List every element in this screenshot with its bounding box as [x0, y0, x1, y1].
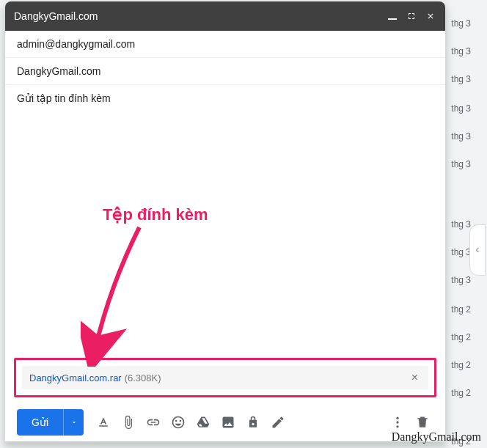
- attachment-size: (6.308K): [125, 372, 161, 383]
- link-icon[interactable]: [142, 411, 164, 433]
- confidential-icon[interactable]: [242, 411, 264, 433]
- send-options-button[interactable]: [63, 409, 84, 436]
- attachment-chip[interactable]: DangkyGmail.com.rar (6.308K) ×: [22, 366, 428, 389]
- message-body[interactable]: Gửi tập tin đính kèm: [5, 85, 445, 358]
- drive-icon[interactable]: [192, 411, 214, 433]
- attachment-name: DangkyGmail.com.rar: [29, 372, 122, 383]
- watermark: DangkyGmail.com: [392, 430, 481, 444]
- compose-window: DangkyGmail.com admin@dangkygmail.com Da…: [5, 1, 445, 441]
- close-icon[interactable]: [425, 10, 436, 22]
- body-text: Gửi tập tin đính kèm: [17, 92, 111, 104]
- pen-icon[interactable]: [267, 411, 289, 433]
- svg-point-1: [396, 417, 398, 419]
- svg-rect-0: [388, 18, 397, 20]
- compose-title: DangkyGmail.com: [14, 10, 387, 22]
- subject-field[interactable]: DangkyGmail.com: [5, 58, 445, 85]
- image-icon[interactable]: [217, 411, 239, 433]
- minimize-icon[interactable]: [387, 10, 398, 22]
- fullscreen-icon[interactable]: [406, 10, 417, 22]
- send-button[interactable]: Gửi: [17, 409, 63, 436]
- svg-point-2: [396, 421, 398, 423]
- remove-attachment-icon[interactable]: ×: [409, 371, 421, 384]
- svg-point-3: [396, 425, 398, 427]
- to-field[interactable]: admin@dangkygmail.com: [5, 31, 445, 58]
- emoji-icon[interactable]: [167, 411, 189, 433]
- side-panel-caret[interactable]: [469, 224, 486, 276]
- compose-header: DangkyGmail.com: [5, 1, 445, 31]
- formatting-icon[interactable]: [92, 411, 114, 433]
- attachment-highlight: DangkyGmail.com.rar (6.308K) ×: [14, 358, 436, 397]
- annotation-label: Tệp đính kèm: [103, 205, 208, 224]
- attach-icon[interactable]: [117, 411, 139, 433]
- compose-toolbar: Gửi: [5, 403, 445, 441]
